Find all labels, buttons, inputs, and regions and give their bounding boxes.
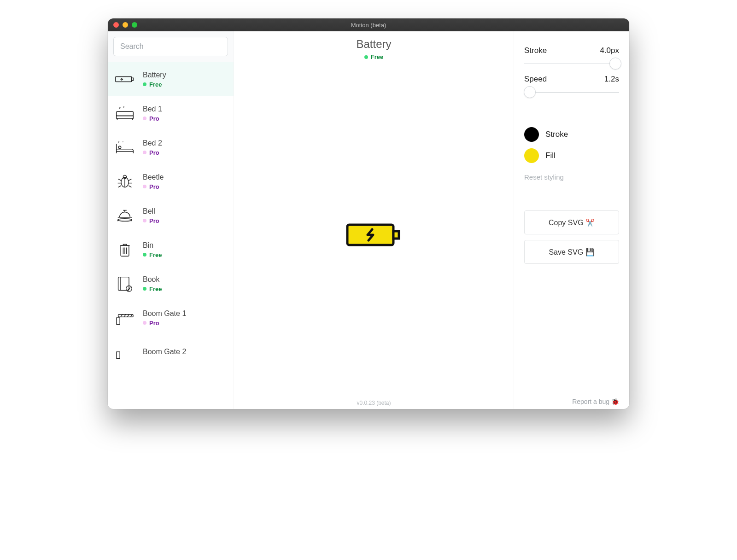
svg-point-11 [118,146,121,149]
svg-text:z: z [123,140,124,143]
bed-icon: z z [114,103,135,124]
sidebar: Battery Free z z [108,31,234,409]
svg-rect-5 [117,116,134,119]
icon-list[interactable]: Battery Free z z [108,62,234,409]
stroke-value: 4.0px [600,46,619,55]
svg-rect-0 [116,77,132,82]
sidebar-item-beetle[interactable]: Beetle Pro [108,164,234,198]
search-input[interactable] [113,37,228,56]
controls-panel: Stroke 4.0px Speed 1.2s Stroke Fil [514,31,629,409]
tier-badge: Pro [143,217,159,224]
preview-title: Battery [234,38,514,51]
sidebar-item-battery[interactable]: Battery Free [108,62,234,96]
minimize-window-button[interactable] [123,22,128,28]
preview-pane: Battery Free v0.0.23 (beta) [234,31,514,409]
svg-rect-44 [393,231,399,239]
svg-line-39 [124,315,126,317]
sidebar-item-book[interactable]: Book Free [108,267,234,301]
svg-line-38 [121,315,123,317]
stroke-color-row[interactable]: Stroke [524,127,619,142]
svg-rect-42 [117,352,120,358]
beetle-icon [114,171,135,192]
sidebar-item-label: Bed 1 [143,105,162,113]
copy-svg-button[interactable]: Copy SVG ✂️ [524,210,619,234]
battery-icon [114,69,135,90]
svg-rect-33 [118,277,129,291]
boom-gate-icon [114,307,135,328]
boom-gate-icon [114,341,135,362]
sidebar-item-label: Beetle [143,173,164,181]
bed-icon: z z [114,137,135,158]
search-wrap [108,31,234,62]
report-bug-link[interactable]: Report a bug 🐞 [572,398,619,405]
svg-rect-4 [117,111,134,116]
tier-badge: Pro [143,115,162,122]
traffic-lights [108,22,137,28]
speed-control-row: Speed 1.2s [524,75,619,84]
sidebar-item-bin[interactable]: Bin Free [108,233,234,267]
speed-label: Speed [524,75,547,84]
sidebar-item-bell[interactable]: Bell Pro [108,198,234,233]
sidebar-item-label: Bed 2 [143,139,162,147]
preview-tier-badge: Free [364,53,383,60]
speed-value: 1.2s [604,75,619,84]
sidebar-item-boom-gate-1[interactable]: Boom Gate 1 Pro [108,301,234,335]
fill-color-row[interactable]: Fill [524,148,619,163]
speed-slider-thumb[interactable] [524,86,536,98]
svg-point-25 [118,219,132,222]
svg-line-19 [129,179,131,181]
titlebar: Motion (beta) [108,18,629,31]
save-svg-button[interactable]: Save SVG 💾 [524,240,619,264]
tier-badge: Free [143,251,162,258]
sidebar-item-label: Bell [143,207,159,216]
svg-text:z: z [119,106,121,110]
tier-badge: Pro [143,320,186,327]
app-window: Motion (beta) Ba [108,18,629,409]
stroke-color-swatch[interactable] [524,127,539,142]
book-icon [114,273,135,294]
close-window-button[interactable] [113,22,119,28]
svg-line-41 [131,315,133,317]
reset-styling-link[interactable]: Reset styling [524,173,619,181]
zoom-window-button[interactable] [132,22,137,28]
svg-line-16 [118,179,121,181]
stroke-slider[interactable] [524,59,619,68]
sidebar-item-bed-1[interactable]: z z Bed 1 Pro [108,96,234,130]
bin-icon [114,239,135,260]
app-body: Battery Free z z [108,31,629,409]
svg-text:z: z [118,140,119,144]
sidebar-item-label: Bin [143,241,162,250]
svg-line-18 [118,186,121,187]
speed-slider[interactable] [524,88,619,97]
fill-color-swatch[interactable] [524,148,539,163]
sidebar-item-label: Battery [143,71,166,79]
battery-preview-icon [345,220,403,250]
stroke-label: Stroke [524,46,547,55]
version-label: v0.0.23 (beta) [234,400,514,406]
svg-rect-1 [132,78,134,81]
stroke-slider-thumb[interactable] [609,58,621,70]
svg-line-40 [127,315,129,317]
stroke-control-row: Stroke 4.0px [524,46,619,55]
tier-badge: Free [143,81,166,88]
svg-rect-36 [117,318,120,324]
sidebar-item-bed-2[interactable]: z z Bed 2 Pro [108,130,234,164]
sidebar-item-boom-gate-2[interactable]: Boom Gate 2 [108,335,234,369]
tier-badge: Free [143,286,162,292]
fill-color-label: Fill [545,151,556,160]
svg-text:z: z [123,105,124,108]
tier-badge: Pro [143,183,164,190]
sidebar-item-label: Boom Gate 1 [143,309,186,318]
svg-line-21 [129,186,131,187]
sidebar-item-label: Boom Gate 2 [143,348,186,356]
sidebar-item-label: Book [143,275,162,284]
stroke-color-label: Stroke [545,130,568,139]
window-title: Motion (beta) [108,22,629,29]
preview-canvas [234,61,514,409]
tier-badge: Pro [143,149,162,156]
bell-icon [114,205,135,226]
